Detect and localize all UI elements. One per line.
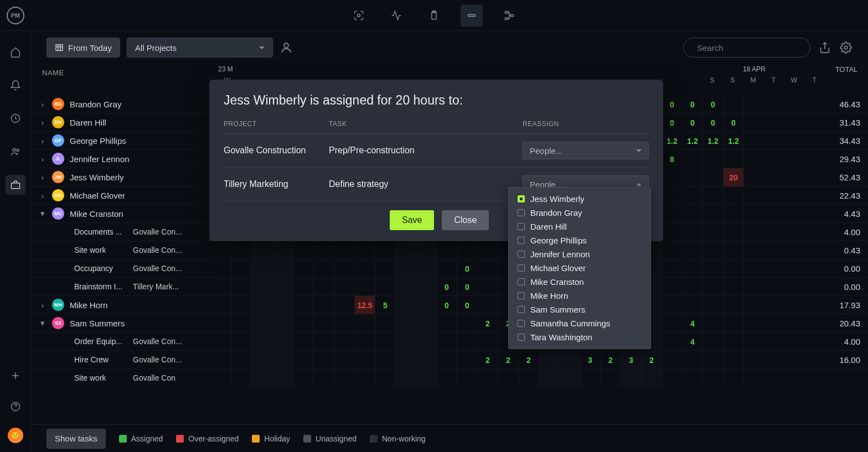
timeline-cell[interactable]	[396, 332, 416, 351]
user-avatar[interactable]: 🙂	[8, 428, 23, 443]
timeline-cell[interactable]	[519, 369, 539, 387]
timeline-cell[interactable]	[314, 314, 334, 332]
timeline-cell[interactable]	[293, 278, 314, 296]
checkbox[interactable]	[518, 223, 525, 230]
timeline-cell[interactable]	[252, 314, 273, 332]
dropdown-item[interactable]: Jennifer Lennon	[509, 247, 650, 261]
timeline-cell[interactable]	[375, 351, 396, 369]
timeline-cell[interactable]: 1.2	[703, 132, 724, 150]
timeline-cell[interactable]	[457, 369, 478, 387]
timeline-cell[interactable]	[724, 278, 744, 296]
timeline-cell[interactable]: 8	[662, 150, 683, 168]
timeline-cell[interactable]	[232, 369, 252, 387]
timeline-cell[interactable]: 2	[601, 351, 621, 369]
timeline-cell[interactable]	[683, 351, 703, 369]
timeline-cell[interactable]	[273, 259, 293, 278]
timeline-cell[interactable]	[232, 314, 252, 332]
timeline-cell[interactable]	[478, 241, 498, 259]
timeline-cell[interactable]	[703, 351, 724, 369]
timeline-cell[interactable]	[662, 168, 683, 186]
chevron-icon[interactable]: ›	[39, 191, 46, 199]
task-row[interactable]: Brainstorm I... Tillery Mark...	[31, 278, 211, 296]
timeline-cell[interactable]	[211, 332, 232, 351]
chevron-icon[interactable]: ▾	[39, 210, 46, 217]
timeline-cell[interactable]: 0	[437, 296, 457, 314]
task-row[interactable]: Occupancy Govalle Con...	[31, 259, 211, 278]
timeline-cell[interactable]	[334, 259, 355, 278]
show-tasks-button[interactable]: Show tasks	[46, 429, 106, 449]
timeline-cell[interactable]: 0	[437, 278, 457, 296]
timeline-cell[interactable]	[375, 259, 396, 278]
dropdown-item[interactable]: Michael Glover	[509, 261, 650, 275]
timeline-cell[interactable]	[662, 351, 683, 369]
checkbox[interactable]	[518, 292, 525, 299]
timeline-cell[interactable]	[662, 296, 683, 314]
timeline-cell[interactable]	[355, 241, 375, 259]
timeline-cell[interactable]	[334, 369, 355, 387]
gear-icon[interactable]	[839, 41, 852, 54]
timeline-cell[interactable]	[232, 241, 252, 259]
timeline-cell[interactable]	[396, 351, 416, 369]
timeline-cell[interactable]	[662, 205, 683, 223]
timeline-cell[interactable]	[232, 332, 252, 351]
person-row[interactable]: › GP George Phillips	[31, 132, 211, 150]
chevron-icon[interactable]: ›	[39, 155, 46, 163]
activity-icon[interactable]	[385, 4, 407, 27]
share-icon[interactable]	[818, 41, 831, 54]
timeline-cell[interactable]	[703, 259, 724, 278]
timeline-cell[interactable]	[416, 314, 437, 332]
timeline-cell[interactable]	[273, 314, 293, 332]
checkbox[interactable]	[518, 237, 525, 244]
timeline-cell[interactable]	[478, 332, 498, 351]
timeline-cell[interactable]: 3	[621, 351, 642, 369]
timeline-cell[interactable]	[416, 369, 437, 387]
timeline-cell[interactable]	[334, 296, 355, 314]
dropdown-item[interactable]: Jess Wimberly	[509, 192, 650, 206]
timeline-cell[interactable]	[539, 369, 560, 387]
timeline-cell[interactable]	[683, 296, 703, 314]
timeline-cell[interactable]: 1.2	[724, 132, 744, 150]
timeline-cell[interactable]	[724, 223, 744, 241]
timeline-cell[interactable]	[724, 332, 744, 351]
timeline-cell[interactable]	[580, 369, 601, 387]
timeline-cell[interactable]	[355, 369, 375, 387]
clipboard-icon[interactable]	[423, 4, 445, 27]
timeline-cell[interactable]	[662, 186, 683, 205]
dropdown-item[interactable]: Samantha Cummings	[509, 316, 650, 330]
dropdown-item[interactable]: Sam Summers	[509, 303, 650, 316]
timeline-cell[interactable]	[724, 369, 744, 387]
people-select[interactable]: People...	[523, 142, 649, 159]
timeline-cell[interactable]	[355, 278, 375, 296]
close-button[interactable]: Close	[442, 210, 489, 230]
briefcase-icon[interactable]	[6, 175, 25, 195]
scan-icon[interactable]	[348, 4, 370, 27]
timeline-cell[interactable]	[375, 314, 396, 332]
timeline-cell[interactable]	[416, 351, 437, 369]
timeline-cell[interactable]	[662, 278, 683, 296]
timeline-cell[interactable]	[724, 205, 744, 223]
timeline-cell[interactable]	[293, 351, 314, 369]
timeline-cell[interactable]	[703, 205, 724, 223]
timeline-cell[interactable]	[252, 241, 273, 259]
chevron-icon[interactable]: ›	[39, 301, 46, 309]
task-row[interactable]: Documents ... Govalle Con...	[31, 223, 211, 241]
dropdown-item[interactable]: George Phillips	[509, 233, 650, 247]
timeline-cell[interactable]	[293, 296, 314, 314]
timeline-cell[interactable]	[273, 278, 293, 296]
timeline-cell[interactable]	[703, 241, 724, 259]
person-row[interactable]: › JW Jess Wimberly	[31, 168, 211, 186]
timeline-cell[interactable]: 1.2	[662, 132, 683, 150]
person-filter-icon[interactable]	[280, 41, 293, 54]
timeline-cell[interactable]	[416, 241, 437, 259]
timeline-cell[interactable]	[457, 351, 478, 369]
timeline-cell[interactable]: 2	[478, 314, 498, 332]
timeline-cell[interactable]	[293, 314, 314, 332]
timeline-cell[interactable]: 2	[519, 351, 539, 369]
timeline-cell[interactable]	[252, 332, 273, 351]
task-row[interactable]: Order Equip... Govalle Con...	[31, 332, 211, 351]
timeline-cell[interactable]	[273, 241, 293, 259]
timeline-cell[interactable]	[437, 314, 457, 332]
timeline-cell[interactable]	[232, 278, 252, 296]
timeline-cell[interactable]	[601, 369, 621, 387]
timeline-cell[interactable]	[457, 241, 478, 259]
